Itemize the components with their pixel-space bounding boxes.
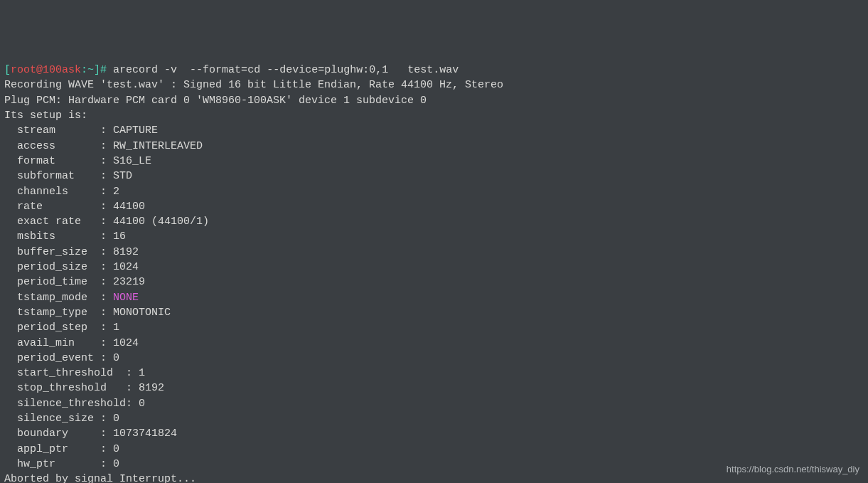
command-text: arecord -v --format=cd --device=plughw:0… [107, 64, 459, 76]
output-param-row: period_step : 1 [4, 320, 864, 335]
param-key: format : [4, 155, 113, 167]
output-param-row: stop_threshold : 8192 [4, 381, 864, 396]
param-key: silence_threshold: [4, 398, 139, 410]
output-setup-header: Its setup is: [4, 108, 864, 123]
prompt-user-host: root@100ask [11, 64, 81, 76]
output-param-row: tstamp_type : MONOTONIC [4, 305, 864, 320]
param-value: STD [113, 170, 132, 182]
param-value: 16 [113, 230, 126, 243]
prompt-line-1[interactable]: [root@100ask:~]# arecord -v --format=cd … [4, 63, 864, 78]
prompt-path: ~ [87, 64, 94, 76]
param-value: 2 [113, 186, 119, 198]
param-key: channels : [4, 186, 113, 198]
param-key: period_step : [4, 322, 113, 334]
param-value: 0 [113, 443, 119, 455]
param-value: 8192 [113, 246, 139, 258]
output-param-row: format : S16_LE [4, 154, 864, 169]
output-plug-pcm: Plug PCM: Hardware PCM card 0 'WM8960-10… [4, 93, 864, 108]
param-value: 44100 [113, 201, 145, 213]
param-value: 0 [113, 458, 119, 470]
param-key: period_time : [4, 276, 113, 288]
output-param-row: period_size : 1024 [4, 260, 864, 275]
output-param-row: rate : 44100 [4, 199, 864, 214]
param-key: rate : [4, 201, 113, 213]
param-value: CAPTURE [113, 124, 158, 137]
output-param-row: exact rate : 44100 (44100/1) [4, 214, 864, 229]
param-key: appl_ptr : [4, 443, 113, 455]
param-value: 23219 [113, 276, 145, 288]
output-param-row: start_threshold : 1 [4, 366, 864, 381]
prompt-close-bracket: ]# [94, 64, 107, 76]
param-key: avail_min : [4, 337, 113, 349]
param-key: start_threshold : [4, 367, 139, 379]
output-param-row: access : RW_INTERLEAVED [4, 139, 864, 154]
terminal-output: [root@100ask:~]# arecord -v --format=cd … [4, 63, 864, 483]
param-key: silence_size : [4, 413, 113, 425]
output-param-row: channels : 2 [4, 184, 864, 199]
param-value: 1 [113, 322, 119, 334]
param-key: boundary : [4, 428, 113, 440]
prompt-open-bracket: [ [4, 64, 11, 76]
param-value: RW_INTERLEAVED [113, 140, 203, 152]
param-key: tstamp_type : [4, 307, 113, 319]
output-param-row: period_event : 0 [4, 351, 864, 366]
output-param-row: silence_size : 0 [4, 411, 864, 426]
param-value: 1024 [113, 261, 139, 273]
output-param-row: tstamp_mode : NONE [4, 290, 864, 305]
param-value: 1024 [113, 337, 139, 349]
param-value: S16_LE [113, 155, 151, 167]
output-param-row: subformat : STD [4, 169, 864, 184]
prompt-separator: : [81, 64, 87, 76]
param-key: hw_ptr : [4, 458, 113, 470]
param-key: buffer_size : [4, 246, 113, 258]
param-value: 0 [139, 398, 145, 410]
output-param-row: period_time : 23219 [4, 275, 864, 290]
param-value: 44100 (44100/1) [113, 216, 209, 228]
watermark-text: https://blog.csdn.net/thisway_diy [727, 463, 859, 476]
output-param-row: silence_threshold: 0 [4, 396, 864, 411]
param-value: MONOTONIC [113, 307, 171, 319]
param-value: 8192 [139, 382, 164, 394]
param-key: exact rate : [4, 216, 113, 228]
param-key: msbits : [4, 230, 113, 243]
param-key: tstamp_mode : [4, 292, 113, 304]
param-key: period_event : [4, 352, 113, 364]
output-param-row: stream : CAPTURE [4, 123, 864, 138]
param-value: 0 [113, 352, 119, 364]
param-key: access : [4, 140, 113, 152]
output-param-row: buffer_size : 8192 [4, 245, 864, 260]
param-value: 1 [139, 367, 145, 379]
param-key: stream : [4, 124, 113, 137]
param-value: 1073741824 [113, 428, 177, 440]
param-key: subformat : [4, 170, 113, 182]
output-params-list: stream : CAPTURE access : RW_INTERLEAVED… [4, 123, 864, 472]
param-key: stop_threshold : [4, 382, 139, 394]
output-param-row: boundary : 1073741824 [4, 426, 864, 441]
output-param-row: avail_min : 1024 [4, 336, 864, 351]
param-key: period_size : [4, 261, 113, 273]
output-param-row: msbits : 16 [4, 229, 864, 244]
output-recording: Recording WAVE 'test.wav' : Signed 16 bi… [4, 78, 864, 92]
output-param-row: appl_ptr : 0 [4, 442, 864, 457]
param-value: 0 [113, 413, 119, 425]
param-value: NONE [113, 292, 139, 304]
